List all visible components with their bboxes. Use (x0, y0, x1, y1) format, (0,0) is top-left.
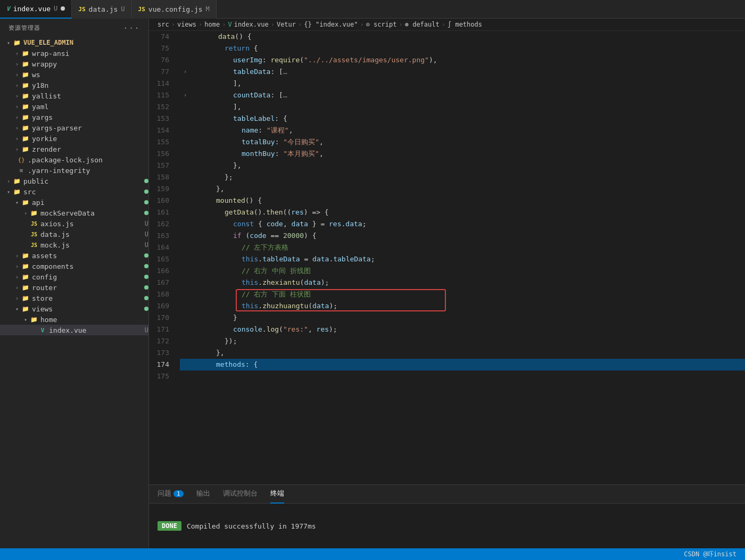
code-line-154: name: "课程", (180, 125, 745, 136)
title-bar: V index.vue U JS data.js U JS vue.config… (0, 0, 745, 19)
sidebar-item-api[interactable]: ▾ 📁 api (0, 197, 148, 208)
item-label: yallist (32, 92, 148, 100)
folder-icon: 📁 (21, 60, 30, 68)
main-area: 资源管理器 ··· ▾ 📁 VUE_ELE_ADMIN › 📁 wrap-ans… (0, 19, 745, 548)
folder-icon: 📁 (13, 177, 21, 185)
status-badge (144, 296, 148, 300)
sidebar-item-mockServeData[interactable]: › 📁 mockServeData (0, 208, 148, 218)
sidebar-more-button[interactable]: ··· (123, 23, 140, 33)
folder-icon: 📁 (21, 123, 30, 132)
code-token: ), (429, 54, 437, 66)
sidebar-item-yallist[interactable]: › 📁 yallist (0, 90, 148, 101)
ln-158: 158 (149, 171, 169, 183)
code-line-75: return { (180, 43, 745, 54)
folder-icon: 📁 (30, 315, 38, 324)
sidebar-item-router[interactable]: › 📁 router (0, 282, 148, 293)
code-token: { (320, 207, 329, 218)
sidebar-item-src[interactable]: ▾ 📁 src (0, 186, 148, 197)
code-line-162: const { code, data } = res.data; (180, 218, 745, 230)
code-token: : (258, 125, 267, 136)
modifier-badge: U (145, 241, 148, 249)
tab-label: data.js (89, 5, 118, 13)
sidebar-root[interactable]: ▾ 📁 VUE_ELE_ADMIN (0, 37, 148, 48)
code-token: if (233, 230, 242, 242)
code-line-74: data() { (180, 31, 745, 43)
code-line-160: mounted() { (180, 195, 745, 207)
code-line-165: this.tableData = data.tableData; (180, 253, 745, 265)
sidebar-item-axios-js[interactable]: JS axios.js U (0, 218, 148, 229)
tab-label: vue.config.js (148, 5, 203, 13)
sidebar-item-mock-js[interactable]: JS mock.js U (0, 240, 148, 250)
sidebar-item-wrappy[interactable]: › 📁 wrappy (0, 59, 148, 69)
code-token: methods (216, 359, 245, 370)
status-bar: CSDN @吓insist (0, 548, 745, 560)
tab-debug-console[interactable]: 调试控制台 (223, 485, 258, 504)
sidebar-item-yarn-integrity[interactable]: ≡ .yarn-integrity (0, 165, 148, 176)
item-label: index.vue (49, 326, 142, 334)
sidebar-item-wrap-ansi[interactable]: › 📁 wrap-ansi (0, 48, 148, 59)
sidebar-item-y18n[interactable]: › 📁 y18n (0, 80, 148, 90)
code-editor[interactable]: data() { return { userImg: require("../.… (176, 31, 745, 484)
tab-dot (61, 6, 65, 11)
code-token: userImg (233, 54, 262, 66)
code-token: }, (233, 160, 242, 171)
sep: › (442, 21, 445, 28)
sidebar-item-yorkie[interactable]: › 📁 yorkie (0, 133, 148, 144)
sidebar-item-ws[interactable]: › 📁 ws (0, 69, 148, 80)
tab-index-vue[interactable]: V index.vue U (0, 0, 72, 19)
editor-content[interactable]: 74 75 76 77 114 115 152 153 154 155 156 … (149, 31, 745, 484)
sidebar-item-home[interactable]: ▾ 📁 home (0, 314, 148, 325)
sidebar-item-package-lock[interactable]: {} .package-lock.json (0, 154, 148, 165)
sidebar-item-components[interactable]: › 📁 components (0, 261, 148, 271)
chevron-right-icon: › (13, 49, 21, 57)
chevron-right-icon: › (13, 134, 21, 143)
code-token: // 右方 中间 折线图 (242, 265, 311, 277)
code-line-155: totalBuy: "今日购买", (180, 136, 745, 148)
sidebar-item-yaml[interactable]: › 📁 yaml (0, 101, 148, 112)
code-token: ; (362, 218, 367, 230)
fold-arrow[interactable]: › (180, 89, 191, 101)
code-line-175 (180, 370, 745, 382)
code-token: }; (225, 171, 233, 183)
ln-75: 75 (149, 43, 169, 54)
sidebar-item-data-js[interactable]: JS data.js U (0, 229, 148, 240)
sidebar-item-public[interactable]: › 📁 public (0, 176, 148, 186)
sidebar-item-zrender[interactable]: › 📁 zrender (0, 144, 148, 154)
sidebar-item-yargs-parser[interactable]: › 📁 yargs-parser (0, 122, 148, 133)
code-token: { (253, 359, 258, 370)
chevron-right-icon: › (13, 123, 21, 132)
item-label: components (32, 262, 142, 270)
tab-output[interactable]: 输出 (196, 485, 210, 504)
code-line-157: }, (180, 160, 745, 171)
sidebar-item-index-vue[interactable]: V index.vue U (0, 325, 148, 335)
code-token: }, (216, 183, 225, 195)
ln-168: 168 (149, 289, 169, 300)
code-token: zhuzhuangtu (262, 300, 308, 312)
chevron-down-icon: ▾ (4, 187, 13, 196)
code-token: tableData (262, 253, 300, 265)
item-label: .yarn-integrity (28, 167, 148, 175)
tab-data-js[interactable]: JS data.js U (72, 0, 131, 19)
tab-vue-config-js[interactable]: JS vue.config.js M (132, 0, 217, 19)
item-label: store (32, 294, 142, 302)
breadcrumb-index-vue: index.vue (234, 21, 269, 28)
code-token: "今日购买" (283, 136, 319, 148)
sidebar-item-assets[interactable]: › 📁 assets (0, 250, 148, 261)
item-label: data.js (40, 230, 142, 238)
sidebar-item-config[interactable]: › 📁 config (0, 271, 148, 282)
code-token: // 右方 下面 柱状图 (242, 289, 311, 300)
tab-problems[interactable]: 问题 1 (158, 485, 184, 504)
sidebar-item-views[interactable]: ▾ 📁 views (0, 303, 148, 314)
folder-icon: 📁 (21, 198, 30, 207)
tab-terminal[interactable]: 终端 (270, 485, 284, 504)
code-token: data (304, 277, 320, 289)
folder-icon: 📁 (21, 304, 30, 313)
sidebar-item-store[interactable]: › 📁 store (0, 293, 148, 303)
fold-arrow[interactable]: › (180, 66, 191, 78)
code-token: ( (242, 230, 250, 242)
js-icon: JS (138, 6, 145, 13)
code-token: ], (233, 78, 242, 89)
ln-163: 163 (149, 230, 169, 242)
sidebar-item-yargs[interactable]: › 📁 yargs (0, 112, 148, 122)
status-badge (144, 179, 148, 183)
